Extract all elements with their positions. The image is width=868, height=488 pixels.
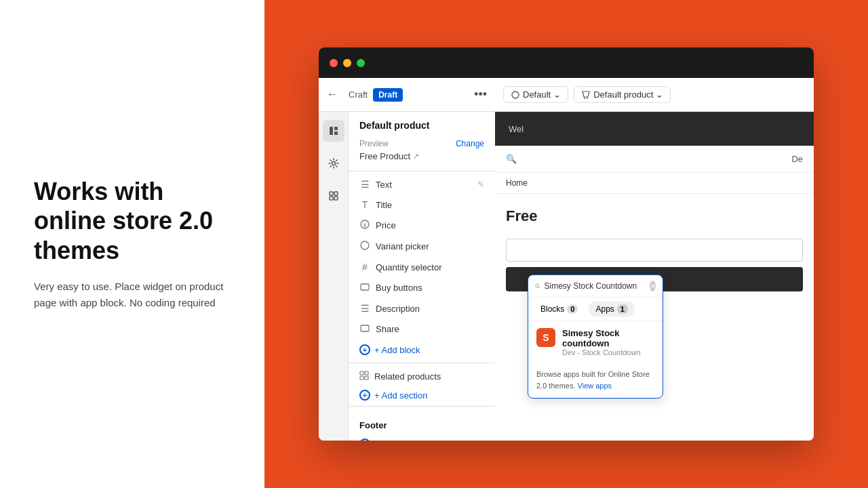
block-item-variant[interactable]: Variant picker	[349, 236, 495, 257]
search-input-row: ✕	[528, 275, 663, 298]
add-section-button[interactable]: + + Add section	[349, 387, 495, 403]
svg-rect-12	[361, 325, 369, 331]
store-header: Wel	[495, 112, 814, 146]
draft-badge[interactable]: Draft	[373, 88, 403, 102]
browser-topbar	[319, 47, 814, 78]
editor-toolbar: ← Craft Draft •••	[319, 78, 495, 112]
view-apps-link[interactable]: View apps	[578, 382, 612, 390]
svg-rect-7	[334, 197, 338, 200]
device-selector[interactable]: Default ⌄	[503, 86, 568, 103]
svg-rect-5	[334, 192, 338, 195]
search-browse-text: Browse apps built for Online Store 2.0 t…	[528, 363, 663, 398]
browser-dot-green	[357, 59, 365, 67]
main-heading: Works with online store 2.0 themes	[34, 177, 231, 265]
search-result-item[interactable]: S Simesy Stock countdown Dev - Stock Cou…	[528, 321, 663, 363]
svg-point-22	[587, 98, 588, 99]
preview-area: Default ⌄ Default product ⌄ Wel 🔍	[495, 78, 814, 441]
block-item-quantity[interactable]: # Quantity selector	[349, 257, 495, 277]
block-item-price[interactable]: $ Price	[349, 215, 495, 236]
search-tabs: Blocks 0 Apps 1	[528, 298, 663, 321]
add-block-button[interactable]: + + Add block	[349, 340, 495, 360]
clear-search-button[interactable]: ✕	[650, 281, 656, 291]
device-chevron-icon: ⌄	[553, 89, 561, 100]
icon-rail	[319, 112, 349, 441]
change-button[interactable]: Change	[456, 139, 484, 148]
result-info: Simesy Stock countdown Dev - Stock Count…	[562, 328, 654, 357]
svg-rect-6	[330, 197, 333, 200]
add-section-plus-icon: +	[359, 390, 370, 401]
block-item-text[interactable]: ☰ Text ✎	[349, 174, 495, 195]
svg-rect-1	[334, 127, 338, 130]
product-selector[interactable]: Default product ⌄	[574, 86, 671, 103]
block-list: ☰ Text ✎ T Title $	[349, 174, 495, 340]
svg-rect-11	[361, 284, 369, 290]
divider	[349, 171, 495, 171]
editor-topbar-right: Default ⌄ Default product ⌄	[495, 78, 814, 112]
section-title: Default product	[349, 112, 495, 136]
apps-tab-count: 1	[617, 304, 628, 314]
description-icon: ☰	[359, 303, 370, 314]
blocks-tab[interactable]: Blocks 0	[534, 302, 585, 317]
search-popup: ✕ Blocks 0 Apps 1 S	[528, 274, 663, 399]
svg-rect-14	[365, 371, 368, 375]
browser-dot-red	[330, 59, 338, 67]
block-item-title[interactable]: T Title	[349, 195, 495, 215]
store-initials: De	[791, 154, 803, 164]
rail-icon-layout[interactable]	[323, 120, 344, 142]
more-options-icon[interactable]: •••	[474, 87, 487, 102]
svg-rect-2	[334, 131, 338, 135]
plus-circle-icon: +	[359, 344, 370, 355]
buy-icon	[359, 282, 370, 293]
browser-window: ← Craft Draft •••	[319, 47, 814, 441]
related-products-item[interactable]: Related products	[349, 366, 495, 387]
search-input[interactable]	[544, 281, 646, 291]
rail-icon-apps[interactable]	[323, 185, 344, 207]
preview-product-name: Free Product ↗	[349, 150, 495, 168]
result-app-name: Simesy Stock countdown	[562, 328, 654, 348]
result-app-icon: S	[536, 328, 555, 347]
svg-rect-13	[360, 371, 363, 375]
footer-add-section-button[interactable]: + Add section	[349, 436, 495, 441]
share-icon	[359, 323, 370, 335]
apps-tab[interactable]: Apps 1	[589, 302, 634, 317]
svg-point-21	[584, 98, 585, 99]
blocks-tab-count: 0	[567, 304, 578, 314]
preview-row: Preview Change	[349, 136, 495, 150]
right-panel: ← Craft Draft •••	[264, 0, 868, 488]
footer-section-label: Footer	[349, 409, 495, 436]
back-icon[interactable]: ←	[327, 88, 340, 102]
external-link-icon: ↗	[413, 152, 419, 161]
store-product-title: Free	[495, 194, 814, 232]
store-outline-button[interactable]	[506, 239, 803, 262]
rail-icon-settings[interactable]	[323, 152, 344, 174]
block-item-buy[interactable]: Buy buttons	[349, 277, 495, 298]
store-search-bar: 🔍 De	[495, 146, 814, 173]
block-item-share[interactable]: Share	[349, 319, 495, 340]
main-description: Very easy to use. Place widget on produc…	[34, 279, 231, 311]
section-panel: Default product Preview Change Free Prod…	[349, 112, 495, 441]
quantity-icon: #	[359, 262, 370, 272]
svg-point-20	[512, 92, 519, 98]
svg-rect-16	[365, 376, 368, 380]
price-icon: $	[359, 220, 370, 231]
related-icon	[359, 371, 369, 382]
svg-line-24	[538, 287, 540, 288]
editor-sidebar: ← Craft Draft •••	[319, 78, 495, 441]
text-icon: ☰	[359, 179, 370, 190]
variant-icon	[359, 241, 370, 252]
search-icon	[535, 281, 540, 291]
block-item-description[interactable]: ☰ Description	[349, 298, 495, 319]
store-nav: Home	[495, 173, 814, 194]
svg-text:$: $	[363, 222, 367, 228]
browser-dot-yellow	[343, 59, 351, 67]
divider-3	[349, 406, 495, 407]
divider-2	[349, 363, 495, 363]
left-panel: Works with online store 2.0 themes Very …	[0, 0, 264, 488]
svg-rect-15	[360, 376, 363, 380]
result-app-sub: Dev - Stock Countdown	[562, 348, 654, 357]
product-chevron-icon: ⌄	[656, 89, 663, 100]
browser-content: ← Craft Draft •••	[319, 78, 814, 441]
svg-point-3	[332, 162, 335, 165]
store-search-icon: 🔍	[506, 154, 517, 164]
edit-icon: ✎	[477, 180, 484, 189]
